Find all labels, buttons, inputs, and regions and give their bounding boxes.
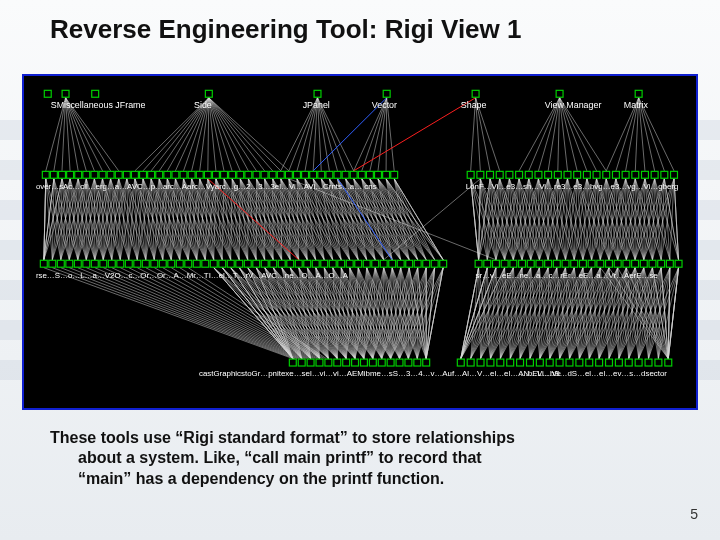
page-number: 5 (690, 506, 698, 522)
svg-text:Matrix: Matrix (624, 100, 649, 110)
caption-line-1: These tools use “Rigi standard format” t… (50, 429, 515, 446)
svg-text:SMiscellaneous JFrame: SMiscellaneous JFrame (51, 100, 146, 110)
slide-caption: These tools use “Rigi standard format” t… (50, 428, 670, 489)
svg-rect-0 (26, 76, 694, 408)
svg-text:Side: Side (194, 100, 212, 110)
svg-text:Shape: Shape (461, 100, 487, 110)
svg-text:Vector: Vector (372, 100, 397, 110)
svg-text:rse…S…o…L…a…V2O…c…Or…Or…A…Mr…T: rse…S…o…L…a…V2O…c…Or…Or…A…Mr…TI…el…T…rV…… (36, 271, 349, 280)
svg-text:JPanel: JPanel (303, 100, 330, 110)
slide-title: Reverse Engineering Tool: Rigi View 1 (50, 14, 522, 45)
rigi-graph-svg: SMiscellaneous JFrameSideJPanelVectorSha… (24, 76, 696, 408)
rigi-screenshot: SMiscellaneous JFrameSideJPanelVectorSha… (22, 74, 698, 410)
svg-text:over…sAc…cll…erg…a…AVC…p…arc…A: over…sAc…cll…erg…a…AVC…p…arc…Aarc…Vyarc…… (36, 182, 377, 191)
caption-line-2: about a system. Like, “call main printf”… (50, 448, 670, 468)
svg-text:LonF…Vi…e3…sh…Vi…re3…e3…bvg…e3: LonF…Vi…e3…sh…Vi…re3…e3…bvg…e3…vg…Vi…gbe… (466, 182, 679, 191)
svg-text:castGraphicstoGr…pnitexe…sel…v: castGraphicstoGr…pnitexe…sel…vi…vi…AEMib… (199, 369, 562, 378)
svg-text:View Manager: View Manager (545, 100, 602, 110)
svg-text:…bEL…bS…dS…el…el…ev…s…dsector: …bEL…bS…dS…el…el…ev…s…dsector (520, 369, 667, 378)
svg-text:sr…v…eE…ne…a…c…rEr…eE…a…Vr…Aer: sr…v…eE…ne…a…c…rEr…eE…a…Vr…AerE…se (476, 271, 659, 280)
caption-line-3: “main” has a dependency on the printf fu… (50, 469, 670, 489)
